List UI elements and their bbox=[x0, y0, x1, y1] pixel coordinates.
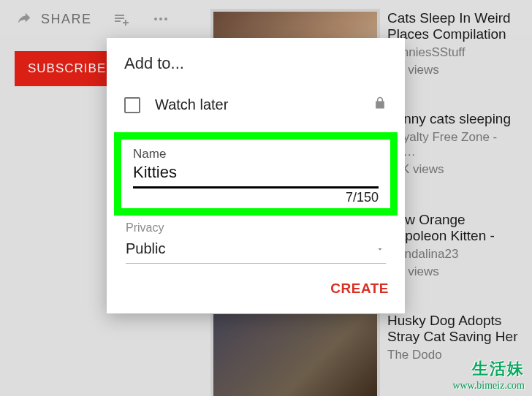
share-icon bbox=[15, 11, 34, 27]
chevron-down-icon bbox=[374, 240, 386, 257]
input-underline bbox=[133, 186, 379, 189]
video-channel: Royalty Free Zone - No… bbox=[387, 130, 528, 159]
name-field-highlight: Name Kitties 7/150 bbox=[114, 132, 398, 216]
video-item[interactable]: Husky Dog Adopts Stray Cat Saving Her Th… bbox=[210, 311, 532, 396]
video-title: New Orange Napoleon Kitten - bbox=[387, 212, 528, 244]
video-channel: FunniesSStuff bbox=[387, 45, 528, 60]
video-title: Cats Sleep In Weird Places Compilation bbox=[387, 10, 528, 42]
name-input[interactable]: Kitties bbox=[133, 161, 379, 186]
watch-later-row[interactable]: Watch later bbox=[107, 86, 405, 126]
video-title: Funny cats sleeping bbox=[387, 111, 528, 127]
privacy-value: Public bbox=[126, 240, 165, 257]
privacy-label: Privacy bbox=[126, 221, 386, 235]
add-to-playlist-modal: Add to... Watch later Name Kitties 7/150… bbox=[107, 38, 405, 313]
share-button[interactable]: SHARE bbox=[15, 11, 92, 27]
video-meta: Husky Dog Adopts Stray Cat Saving Her Th… bbox=[387, 311, 528, 396]
more-icon[interactable] bbox=[151, 10, 171, 28]
video-views: 2M views bbox=[387, 264, 528, 279]
modal-title: Add to... bbox=[107, 38, 405, 86]
subscribe-button[interactable]: SUBSCRIBE bbox=[15, 51, 119, 86]
watch-later-label: Watch later bbox=[155, 96, 228, 113]
svg-point-0 bbox=[154, 18, 157, 20]
svg-point-1 bbox=[159, 18, 162, 20]
add-to-playlist-icon[interactable] bbox=[111, 10, 132, 28]
modal-actions: CREATE bbox=[107, 267, 405, 306]
share-label: SHARE bbox=[41, 12, 92, 27]
lock-icon bbox=[373, 95, 387, 115]
video-channel: The Dodo bbox=[387, 348, 528, 362]
char-count: 7/150 bbox=[133, 190, 379, 205]
video-views: 3M views bbox=[387, 63, 528, 77]
checkbox-icon[interactable] bbox=[124, 97, 140, 113]
video-meta: Funny cats sleeping Royalty Free Zone - … bbox=[387, 110, 528, 205]
svg-point-2 bbox=[164, 18, 167, 20]
video-meta: Cats Sleep In Weird Places Compilation F… bbox=[387, 9, 528, 104]
video-title: Husky Dog Adopts Stray Cat Saving Her bbox=[387, 313, 528, 345]
privacy-block: Privacy Public bbox=[107, 216, 405, 267]
video-meta: New Orange Napoleon Kitten - mandalina23… bbox=[387, 210, 528, 305]
video-channel: mandalina23 bbox=[387, 247, 528, 262]
video-views: 75K views bbox=[387, 162, 528, 177]
privacy-dropdown[interactable]: Public bbox=[126, 237, 386, 264]
video-thumbnail bbox=[210, 311, 380, 396]
create-button[interactable]: CREATE bbox=[326, 280, 393, 297]
name-label: Name bbox=[133, 147, 379, 161]
